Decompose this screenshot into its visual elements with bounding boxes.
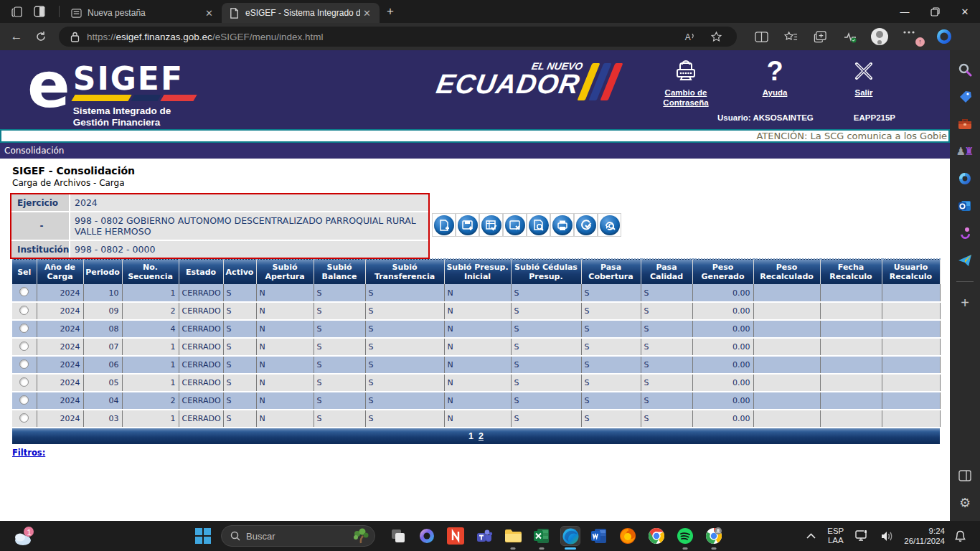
favorite-star-icon[interactable] bbox=[710, 31, 722, 43]
tab-close-icon[interactable]: ✕ bbox=[360, 8, 374, 19]
sidebar-outlook-icon[interactable] bbox=[957, 198, 973, 214]
sidebar-games-icon[interactable]: ♟♜ bbox=[957, 143, 973, 159]
change-password-button[interactable]: Cambio de Contraseña bbox=[654, 57, 717, 108]
table-cell bbox=[753, 338, 820, 356]
firefox-icon[interactable] bbox=[618, 527, 637, 545]
form-value-entidad[interactable]: 998 - 0802 GOBIERNO AUTONOMO DESCENTRALI… bbox=[69, 212, 428, 240]
table-cell bbox=[820, 302, 882, 320]
table-cell: S bbox=[314, 410, 365, 428]
tray-chevron-icon[interactable] bbox=[806, 533, 816, 539]
sidebar-drop-icon[interactable] bbox=[957, 225, 973, 241]
form-value-ejercicio[interactable]: 2024 bbox=[69, 194, 428, 211]
window-minimize-button[interactable]: — bbox=[890, 0, 920, 23]
row-select-radio[interactable] bbox=[19, 395, 29, 405]
breadcrumb[interactable]: Consolidación bbox=[0, 143, 950, 159]
browser-essentials-icon[interactable] bbox=[843, 30, 857, 44]
search-highlight-image bbox=[352, 527, 370, 545]
taskbar-search[interactable]: Buscar bbox=[221, 525, 375, 547]
profile-avatar[interactable] bbox=[871, 28, 888, 45]
copilot-icon[interactable] bbox=[936, 28, 953, 45]
save-upload-icon bbox=[458, 215, 478, 235]
table-cell: S bbox=[365, 284, 444, 302]
row-select-radio[interactable] bbox=[19, 359, 29, 369]
form-value-institucion[interactable]: 998 - 0802 - 0000 bbox=[69, 241, 428, 258]
row-select-radio[interactable] bbox=[19, 342, 29, 351]
tab-group-icon[interactable] bbox=[814, 30, 827, 44]
table-cell: N bbox=[256, 284, 314, 302]
row-select-radio[interactable] bbox=[19, 306, 29, 315]
page-link-2[interactable]: 2 bbox=[479, 431, 484, 441]
tab-close-icon[interactable]: ✕ bbox=[202, 8, 216, 19]
sidebar-search-icon[interactable] bbox=[957, 62, 973, 77]
language-indicator[interactable]: ESP LAA bbox=[827, 527, 844, 545]
spotify-icon[interactable] bbox=[676, 527, 694, 545]
sidebar-m365-icon[interactable] bbox=[957, 171, 973, 187]
table-cell: 10 bbox=[83, 284, 122, 302]
table-cell bbox=[820, 374, 882, 392]
window-restore-button[interactable] bbox=[920, 0, 950, 23]
settings-more-icon[interactable]: ↑ bbox=[903, 30, 920, 44]
network-icon[interactable] bbox=[855, 530, 870, 542]
start-button[interactable] bbox=[195, 528, 211, 544]
read-aloud-icon[interactable]: A bbox=[684, 31, 696, 43]
tab-nueva-pestana[interactable]: Nueva pestaña ✕ bbox=[64, 3, 222, 23]
taskbar-copilot-icon[interactable] bbox=[418, 527, 436, 545]
sidebar-messenger-icon[interactable] bbox=[957, 253, 973, 268]
help-button[interactable]: ? Ayuda bbox=[743, 57, 806, 108]
page-content: e SIGEF Sistema Integrado deGestión Fina… bbox=[0, 50, 950, 521]
back-button[interactable]: ← bbox=[4, 29, 29, 44]
filters-link[interactable]: Filtros: bbox=[12, 448, 938, 458]
volume-icon[interactable] bbox=[881, 531, 894, 542]
notification-bell-icon[interactable] bbox=[955, 530, 966, 542]
row-select-radio[interactable] bbox=[19, 324, 29, 333]
refresh-button[interactable] bbox=[29, 31, 53, 42]
clock[interactable]: 9:24 26/11/2024 bbox=[904, 526, 945, 546]
nitro-pdf-icon[interactable] bbox=[446, 527, 465, 545]
new-tab-button[interactable]: + bbox=[387, 4, 394, 19]
edge-sidebar: ♟♜ + ⚙ bbox=[950, 50, 980, 521]
save-upload-button[interactable] bbox=[456, 213, 479, 237]
edge-icon[interactable] bbox=[561, 527, 580, 545]
chrome-profile-icon[interactable] bbox=[705, 527, 723, 545]
sidebar-add-icon[interactable]: + bbox=[957, 295, 973, 311]
print-button[interactable] bbox=[550, 213, 574, 237]
table-cell bbox=[753, 284, 820, 302]
vertical-tabs-icon[interactable] bbox=[33, 5, 46, 18]
sidebar-tools-icon[interactable] bbox=[957, 116, 973, 132]
table-cell: S bbox=[223, 392, 256, 410]
address-bar[interactable]: https://esigef.finanzas.gob.ec/eSIGEF/me… bbox=[59, 27, 737, 47]
row-select-radio[interactable] bbox=[19, 413, 29, 423]
table-cell: 04 bbox=[83, 392, 122, 410]
delete-record-button[interactable] bbox=[503, 213, 527, 237]
window-close-button[interactable]: ✕ bbox=[950, 0, 980, 23]
row-select-radio[interactable] bbox=[19, 377, 29, 387]
task-view-icon[interactable] bbox=[389, 527, 407, 545]
teams-icon[interactable] bbox=[475, 527, 494, 545]
excel-icon[interactable] bbox=[532, 527, 551, 545]
tab-esigef[interactable]: eSIGEF - Sistema Integrado de G ✕ bbox=[222, 3, 380, 23]
table-cell: S bbox=[223, 374, 256, 392]
workspaces-icon[interactable] bbox=[10, 5, 23, 18]
row-select-radio[interactable] bbox=[19, 287, 29, 296]
weather-icon[interactable]: 1 bbox=[13, 526, 36, 546]
check-circle-button[interactable] bbox=[574, 213, 598, 237]
sidebar-panel-icon[interactable] bbox=[957, 468, 973, 484]
sidebar-settings-icon[interactable]: ⚙ bbox=[957, 495, 973, 511]
word-icon[interactable] bbox=[590, 527, 608, 545]
sidebar-shopping-icon[interactable] bbox=[957, 89, 973, 105]
delete-record-icon bbox=[505, 215, 525, 235]
refresh-search-button[interactable] bbox=[598, 213, 621, 237]
exit-button[interactable]: Salir bbox=[832, 57, 895, 108]
split-screen-icon[interactable] bbox=[755, 30, 768, 44]
file-explorer-icon[interactable] bbox=[504, 527, 522, 545]
document-search-button[interactable] bbox=[527, 213, 550, 237]
search-placeholder: Buscar bbox=[246, 531, 352, 542]
new-document-button[interactable] bbox=[432, 213, 456, 237]
table-cell: S bbox=[581, 392, 641, 410]
chrome-icon[interactable] bbox=[647, 527, 666, 545]
validate-grid-button[interactable] bbox=[479, 213, 503, 237]
collections-icon[interactable] bbox=[784, 30, 798, 44]
page-current[interactable]: 1 bbox=[468, 431, 473, 441]
table-cell: S bbox=[365, 338, 444, 356]
table-cell: N bbox=[256, 374, 314, 392]
